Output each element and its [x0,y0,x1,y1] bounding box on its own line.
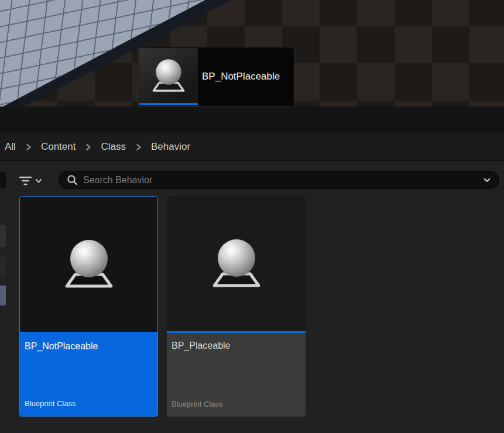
breadcrumb: All Content Class Behavior [0,133,504,161]
asset-thumbnail [167,196,306,331]
collapsed-source-item-2[interactable] [0,257,6,277]
asset-label-area: BP_Placeable Blueprint Class [167,333,306,417]
drag-preview-label: BP_NotPlaceable [202,47,280,106]
chevron-down-icon [35,178,42,184]
blueprint-thumbnail [212,239,261,288]
search-icon [67,174,78,185]
asset-name: BP_Placeable [172,341,301,351]
asset-tile-bp-notplaceable[interactable]: BP_NotPlaceable Blueprint Class [19,196,158,417]
content-browser-body: BP_NotPlaceable Blueprint Class BP_Place… [0,161,504,433]
unreal-editor: BP_NotPlaceable All Content Class Behavi… [0,0,504,433]
asset-tile-bp-placeable[interactable]: BP_Placeable Blueprint Class [167,196,306,417]
chevron-right-icon [135,143,142,151]
blueprint-thumbnail [152,59,185,92]
collapsed-panel-edge [0,172,6,188]
search-bar [59,171,499,189]
sphere-icon [218,239,255,277]
filter-icon [19,176,32,186]
level-viewport[interactable]: BP_NotPlaceable [0,0,504,106]
asset-thumbnail [20,197,157,332]
chevron-right-icon [84,143,92,151]
asset-label-area: BP_NotPlaceable Blueprint Class [20,334,157,416]
breadcrumb-item-behavior[interactable]: Behavior [151,141,190,153]
sphere-icon [70,240,108,277]
collapsed-source-item-selected[interactable] [0,286,6,305]
filter-button[interactable] [19,171,53,190]
content-browser-header-band [0,106,504,133]
sphere-icon [156,59,181,85]
breadcrumb-item-all[interactable]: All [5,141,16,153]
search-dropdown-button[interactable] [483,177,491,183]
drag-preview-thumbnail [139,48,198,104]
asset-type: Blueprint Class [172,400,301,408]
chevron-right-icon [25,143,32,151]
chevron-down-icon [483,177,491,183]
asset-name: BP_NotPlaceable [25,341,153,352]
blueprint-thumbnail [64,240,114,288]
search-input[interactable] [83,175,478,185]
breadcrumb-item-class[interactable]: Class [101,141,126,153]
breadcrumb-item-content[interactable]: Content [41,141,76,153]
asset-type: Blueprint Class [25,399,153,408]
asset-color-bar [139,103,198,105]
drag-preview-tooltip: BP_NotPlaceable [138,47,294,106]
collapsed-source-item-1[interactable] [0,225,6,247]
